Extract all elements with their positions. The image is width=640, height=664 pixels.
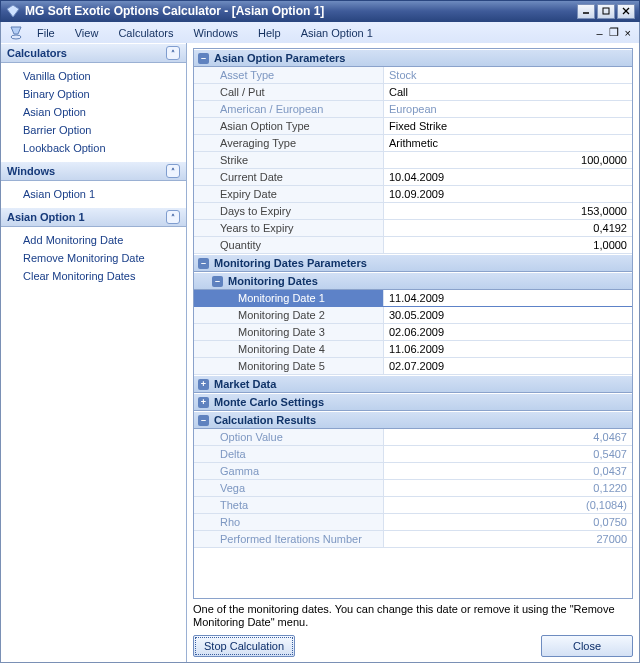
property-value[interactable]: Arithmetic — [384, 135, 632, 151]
panel-header-windows[interactable]: Windows ˄ — [1, 161, 186, 181]
sidebar-item-asian-option[interactable]: Asian Option — [1, 103, 186, 121]
property-label: Averaging Type — [194, 135, 384, 151]
section-market-data[interactable]: + Market Data — [194, 375, 632, 393]
hint-text: One of the monitoring dates. You can cha… — [193, 603, 633, 629]
close-button[interactable]: Close — [541, 635, 633, 657]
property-row[interactable]: American / EuropeanEuropean — [194, 101, 632, 118]
property-row[interactable]: Performed Iterations Number27000 — [194, 531, 632, 548]
property-label: Option Value — [194, 429, 384, 445]
section-monitoring-dates[interactable]: – Monitoring Dates — [194, 272, 632, 290]
property-value[interactable]: 1,0000 — [384, 237, 632, 253]
property-row[interactable]: Monitoring Date 302.06.2009 — [194, 324, 632, 341]
menu-windows[interactable]: Windows — [183, 22, 248, 43]
mdi-close-icon[interactable]: × — [625, 27, 631, 39]
property-value[interactable]: 0,1220 — [384, 480, 632, 496]
menu-file[interactable]: File — [27, 22, 65, 43]
property-row[interactable]: Years to Expiry0,4192 — [194, 220, 632, 237]
property-row[interactable]: Current Date10.04.2009 — [194, 169, 632, 186]
property-label: Strike — [194, 152, 384, 168]
property-value[interactable]: 10.09.2009 — [384, 186, 632, 202]
property-label: Asset Type — [194, 67, 384, 83]
property-row[interactable]: Call / PutCall — [194, 84, 632, 101]
property-value[interactable]: 10.04.2009 — [384, 169, 632, 185]
property-row[interactable]: Gamma0,0437 — [194, 463, 632, 480]
property-value[interactable]: 0,0437 — [384, 463, 632, 479]
property-row[interactable]: Days to Expiry153,0000 — [194, 203, 632, 220]
property-row[interactable]: Expiry Date10.09.2009 — [194, 186, 632, 203]
property-value[interactable]: 0,4192 — [384, 220, 632, 236]
sidebar-item-barrier-option[interactable]: Barrier Option — [1, 121, 186, 139]
panel-header-asian-option-1[interactable]: Asian Option 1 ˄ — [1, 207, 186, 227]
property-value[interactable]: 0,5407 — [384, 446, 632, 462]
property-label: Quantity — [194, 237, 384, 253]
property-value[interactable]: 02.07.2009 — [384, 358, 632, 374]
property-row[interactable]: Vega0,1220 — [194, 480, 632, 497]
property-label: Monitoring Date 1 — [194, 290, 384, 306]
stop-calculation-button[interactable]: Stop Calculation — [193, 635, 295, 657]
close-button[interactable] — [617, 4, 635, 19]
menu-view[interactable]: View — [65, 22, 109, 43]
property-value[interactable]: Fixed Strike — [384, 118, 632, 134]
mdi-minimize-icon[interactable]: – — [596, 27, 602, 39]
content-area: – Asian Option Parameters Asset TypeStoc… — [187, 43, 639, 662]
menu-help[interactable]: Help — [248, 22, 291, 43]
property-row[interactable]: Monitoring Date 111.04.2009 — [194, 290, 632, 307]
section-asian-option-parameters[interactable]: – Asian Option Parameters — [194, 49, 632, 67]
menu-asian-option-1[interactable]: Asian Option 1 — [291, 22, 383, 43]
property-value[interactable]: Stock — [384, 67, 632, 83]
app-logo-icon — [5, 22, 27, 43]
sidebar-item-vanilla-option[interactable]: Vanilla Option — [1, 67, 186, 85]
property-value[interactable]: 100,0000 — [384, 152, 632, 168]
collapse-icon: – — [198, 53, 209, 64]
property-value[interactable]: 153,0000 — [384, 203, 632, 219]
property-label: Gamma — [194, 463, 384, 479]
property-value[interactable]: 27000 — [384, 531, 632, 547]
section-monitoring-dates-parameters[interactable]: – Monitoring Dates Parameters — [194, 254, 632, 272]
property-row[interactable]: Delta0,5407 — [194, 446, 632, 463]
section-monte-carlo-settings[interactable]: + Monte Carlo Settings — [194, 393, 632, 411]
maximize-button[interactable] — [597, 4, 615, 19]
property-row[interactable]: Rho0,0750 — [194, 514, 632, 531]
property-grid: – Asian Option Parameters Asset TypeStoc… — [193, 48, 633, 599]
panel-header-calculators[interactable]: Calculators ˄ — [1, 43, 186, 63]
sidebar-item-remove-monitoring-date[interactable]: Remove Monitoring Date — [1, 249, 186, 267]
property-value[interactable]: 02.06.2009 — [384, 324, 632, 340]
property-row[interactable]: Monitoring Date 411.06.2009 — [194, 341, 632, 358]
mdi-restore-icon[interactable]: ❐ — [609, 26, 619, 39]
sidebar-item-clear-monitoring-dates[interactable]: Clear Monitoring Dates — [1, 267, 186, 285]
property-row[interactable]: Asian Option TypeFixed Strike — [194, 118, 632, 135]
property-row[interactable]: Monitoring Date 230.05.2009 — [194, 307, 632, 324]
property-row[interactable]: Averaging TypeArithmetic — [194, 135, 632, 152]
minimize-button[interactable] — [577, 4, 595, 19]
property-row[interactable]: Strike100,0000 — [194, 152, 632, 169]
window-title: MG Soft Exotic Options Calculator - [Asi… — [25, 4, 577, 18]
property-label: Rho — [194, 514, 384, 530]
property-value[interactable]: European — [384, 101, 632, 117]
property-value[interactable]: 11.06.2009 — [384, 341, 632, 357]
property-label: Asian Option Type — [194, 118, 384, 134]
section-calculation-results[interactable]: – Calculation Results — [194, 411, 632, 429]
chevron-up-icon: ˄ — [166, 46, 180, 60]
sidebar-item-binary-option[interactable]: Binary Option — [1, 85, 186, 103]
property-row[interactable]: Theta(0,1084) — [194, 497, 632, 514]
property-row[interactable]: Monitoring Date 502.07.2009 — [194, 358, 632, 375]
property-row[interactable]: Quantity1,0000 — [194, 237, 632, 254]
sidebar-item-asian-option-1[interactable]: Asian Option 1 — [1, 185, 186, 203]
panel-title: Asian Option 1 — [7, 211, 85, 223]
titlebar: MG Soft Exotic Options Calculator - [Asi… — [0, 0, 640, 22]
property-value[interactable]: (0,1084) — [384, 497, 632, 513]
property-value[interactable]: 4,0467 — [384, 429, 632, 445]
sidebar-item-lookback-option[interactable]: Lookback Option — [1, 139, 186, 157]
property-value[interactable]: 30.05.2009 — [384, 307, 632, 323]
menubar: File View Calculators Windows Help Asian… — [0, 22, 640, 43]
property-row[interactable]: Asset TypeStock — [194, 67, 632, 84]
sidebar-item-add-monitoring-date[interactable]: Add Monitoring Date — [1, 231, 186, 249]
property-value[interactable]: Call — [384, 84, 632, 100]
menu-calculators[interactable]: Calculators — [108, 22, 183, 43]
property-value[interactable]: 0,0750 — [384, 514, 632, 530]
expand-icon: + — [198, 379, 209, 390]
property-label: Call / Put — [194, 84, 384, 100]
property-row[interactable]: Option Value4,0467 — [194, 429, 632, 446]
property-value[interactable]: 11.04.2009 — [384, 290, 632, 306]
property-label: Theta — [194, 497, 384, 513]
